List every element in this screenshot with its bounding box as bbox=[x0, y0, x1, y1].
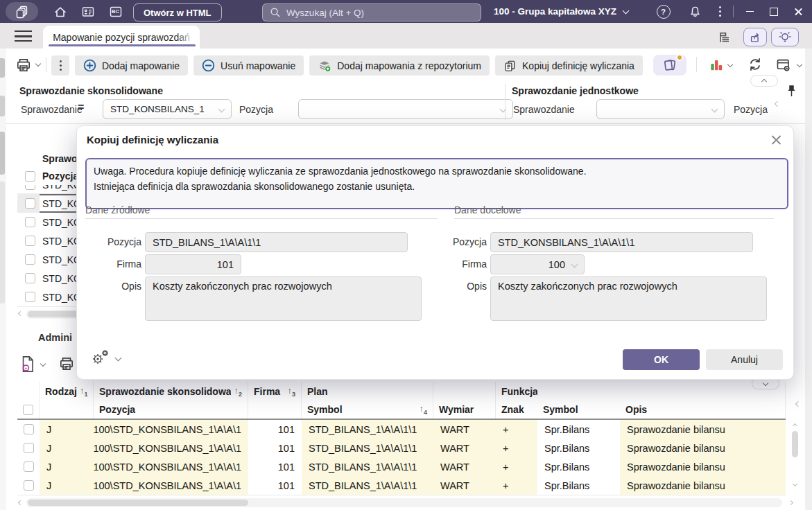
unit-report-dropdown[interactable] bbox=[596, 99, 725, 119]
source-section-title: Dane źródłowe bbox=[85, 204, 150, 216]
section-print-button[interactable] bbox=[58, 355, 75, 372]
col-opis[interactable]: Opis bbox=[620, 401, 786, 419]
hamburger-menu-icon[interactable] bbox=[15, 30, 32, 42]
ok-button[interactable]: OK bbox=[623, 349, 700, 370]
copy-calculation-definition-button[interactable]: Kopiuj definicję wyliczania bbox=[495, 55, 643, 76]
sort-indicator-3: ↑3 bbox=[287, 385, 295, 398]
bottom-table-hscrollbar[interactable] bbox=[26, 498, 782, 507]
target-description-value: Koszty zakończonych prac rozwojowych bbox=[498, 281, 677, 292]
print-button[interactable] bbox=[15, 57, 32, 73]
close-window-button[interactable] bbox=[788, 0, 809, 23]
home-icon[interactable] bbox=[53, 4, 67, 19]
cell-funkcja-symbol: Spr.Bilans bbox=[537, 457, 620, 476]
bc-module-icon[interactable]: BC bbox=[108, 4, 123, 19]
table-settings-button[interactable] bbox=[775, 57, 791, 73]
row-checkbox[interactable] bbox=[25, 254, 35, 265]
document-options-chevron[interactable] bbox=[40, 361, 46, 367]
source-company-field[interactable]: 101 bbox=[145, 254, 241, 274]
dialog-warning-box[interactable]: Uwaga. Procedura kopiuje definicję wylic… bbox=[85, 158, 788, 209]
row-checkbox[interactable] bbox=[25, 185, 35, 190]
scroll-right-arrow[interactable] bbox=[788, 500, 793, 505]
toolbar-actions: Dodaj mapowanie Usuń mapowanie Dodaj map… bbox=[75, 55, 643, 76]
source-description-field[interactable]: Koszty zakończonych prac rozwojowych bbox=[145, 276, 422, 321]
row-checkbox[interactable] bbox=[25, 198, 35, 209]
gears-icon bbox=[89, 349, 110, 367]
row-checkbox[interactable] bbox=[24, 461, 34, 472]
toolbar-more-button[interactable] bbox=[51, 55, 69, 76]
search-input[interactable]: Wyszukaj (Alt + Q) bbox=[262, 3, 481, 21]
maximize-button[interactable] bbox=[763, 0, 784, 23]
table-row[interactable]: J 100\STD_KONSBILANS_1\A\A\1 101 STD_BIL… bbox=[17, 457, 786, 477]
source-description-value: Koszty zakończonych prac rozwojowych bbox=[153, 281, 332, 292]
notifications-bell-icon[interactable] bbox=[688, 4, 702, 19]
filter-divider bbox=[505, 84, 506, 120]
col-znak[interactable]: Znak bbox=[496, 401, 537, 419]
row-checkbox[interactable] bbox=[24, 424, 34, 434]
col-funkcja-group[interactable]: Funkcja bbox=[496, 382, 537, 401]
row-checkbox[interactable] bbox=[24, 443, 34, 453]
remove-mapping-button[interactable]: Usuń mapowanie bbox=[193, 55, 304, 76]
table-row[interactable]: J 100\STD_KONSBILANS_1\A\A\1 101 STD_BIL… bbox=[17, 476, 786, 495]
col-label: Sprawozdanie skonsolidowane bbox=[99, 386, 231, 397]
assistant-button[interactable] bbox=[771, 28, 799, 46]
col-firma[interactable]: Firma ↑3 bbox=[248, 382, 302, 401]
help-icon[interactable]: ? bbox=[656, 4, 671, 19]
table-row-selected[interactable]: J 100\STD_KONSBILANS_1\A\A\1 101 STD_BIL… bbox=[17, 420, 786, 439]
consolidated-report-value: STD_KONSBILANS_1 bbox=[110, 104, 205, 114]
refresh-button[interactable] bbox=[748, 57, 763, 72]
document-info-button[interactable] bbox=[19, 355, 36, 373]
dialog-settings-button[interactable] bbox=[89, 349, 110, 367]
source-company-label: Firma bbox=[89, 258, 141, 270]
table-row[interactable]: J 100\STD_KONSBILANS_1\A\A\1 101 STD_BIL… bbox=[17, 439, 786, 458]
consolidated-report-dropdown[interactable]: STD_KONSBILANS_1 bbox=[103, 99, 232, 119]
col-rodzaj[interactable]: Rodzaj ↑1 bbox=[40, 382, 94, 401]
target-description-field[interactable]: Koszty zakończonych prac rozwojowych bbox=[490, 276, 767, 321]
context-selector[interactable]: 100 - Grupa kapitałowa XYZ bbox=[494, 0, 628, 23]
pinned-list-icon[interactable] bbox=[717, 30, 732, 44]
consolidated-position-dropdown[interactable] bbox=[298, 99, 513, 119]
scroll-left-arrow[interactable] bbox=[18, 311, 23, 316]
select-all-checkbox[interactable] bbox=[25, 171, 35, 182]
add-mappings-from-repository-button[interactable]: Dodaj mapowania z repozytorium bbox=[309, 55, 490, 76]
select-all-checkbox[interactable] bbox=[23, 405, 33, 415]
row-checkbox[interactable] bbox=[24, 480, 34, 491]
row-checkbox[interactable] bbox=[25, 273, 35, 283]
contact-card-icon[interactable] bbox=[80, 4, 95, 19]
target-company-dropdown[interactable]: 100 bbox=[490, 254, 585, 274]
source-position-field[interactable]: STD_BILANS_1\A\A\1\1 bbox=[145, 232, 408, 252]
vscrollbar-thumb[interactable] bbox=[792, 431, 798, 457]
share-button[interactable] bbox=[743, 28, 767, 46]
row-checkbox[interactable] bbox=[25, 292, 35, 302]
chart-view-button[interactable] bbox=[709, 57, 724, 72]
settings-chevron[interactable] bbox=[115, 355, 122, 362]
scroll-left-chevron[interactable] bbox=[795, 401, 801, 407]
target-position-field[interactable]: STD_KONSBILANS_1\A\A\1\1 bbox=[490, 232, 753, 252]
col-symbol[interactable]: Symbol ↑4 bbox=[302, 401, 433, 419]
col-funkcja-symbol[interactable]: Symbol bbox=[537, 401, 620, 419]
pin-panel-icon[interactable] bbox=[786, 85, 797, 98]
col-sprawozdanie-skonsolidowane[interactable]: Sprawozdanie skonsolidowane ↑2 bbox=[94, 382, 248, 401]
scrollbar-thumb[interactable] bbox=[28, 500, 248, 506]
dialog-close-button[interactable] bbox=[768, 132, 785, 148]
consolidated-position-label: Pozycja bbox=[239, 104, 273, 115]
open-in-html-button[interactable]: Otwórz w HTML bbox=[133, 3, 222, 21]
row-checkbox[interactable] bbox=[25, 236, 35, 246]
add-mapping-button[interactable]: Dodaj mapowanie bbox=[75, 55, 188, 76]
minimize-button[interactable] bbox=[739, 0, 760, 23]
scroll-up-arrow[interactable] bbox=[793, 423, 797, 428]
row-checkbox[interactable] bbox=[25, 217, 35, 227]
grid-settings-icon bbox=[775, 57, 791, 73]
collapse-filters-button[interactable] bbox=[750, 75, 778, 87]
warning-line-1: Uwaga. Procedura kopiuje definicję wylic… bbox=[94, 164, 780, 179]
source-position-value: STD_BILANS_1\A\A\1\1 bbox=[153, 237, 261, 248]
col-plan[interactable]: Plan bbox=[302, 382, 433, 401]
cell-symbol: STD_BILANS_1\A\A\1\1 bbox=[302, 439, 433, 457]
col-pozycja[interactable]: Pozycja bbox=[94, 401, 248, 419]
titlebar-more-menu[interactable] bbox=[713, 4, 727, 19]
scroll-down-arrow[interactable] bbox=[793, 482, 797, 486]
scroll-left-arrow[interactable] bbox=[18, 500, 23, 505]
cancel-button[interactable]: Anuluj bbox=[706, 349, 783, 370]
operator-equals[interactable]: = bbox=[78, 101, 84, 114]
app-logo-button[interactable] bbox=[6, 2, 38, 21]
col-wymiar[interactable]: Wymiar bbox=[433, 401, 496, 419]
